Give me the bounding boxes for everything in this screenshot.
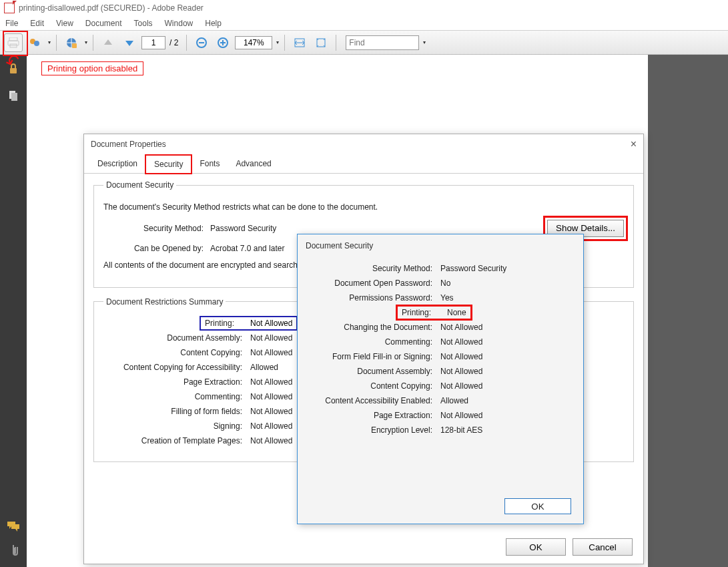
opened-by-label: Can be Opened by: <box>103 244 210 253</box>
fit-width-button[interactable] <box>290 33 309 52</box>
separator <box>336 35 336 51</box>
subdialog-label: Document Open Password: <box>307 278 440 288</box>
tab-fonts[interactable]: Fonts <box>192 155 228 174</box>
page-up-button[interactable] <box>99 33 117 52</box>
subdialog-label: Printing: <box>402 308 439 317</box>
dropdown-caret-icon[interactable]: ▾ <box>276 39 279 45</box>
restriction-value: Not Allowed <box>250 319 292 328</box>
svg-rect-1 <box>8 41 19 45</box>
restriction-label: Page Extraction: <box>103 377 250 387</box>
cancel-button[interactable]: Cancel <box>573 538 633 556</box>
dialog-titlebar[interactable]: Document Properties × <box>84 134 643 154</box>
dialog-tabs: Description Security Fonts Advanced <box>84 154 643 174</box>
subdialog-row: Permissions Password:Yes <box>307 293 574 303</box>
subdialog-value: Not Allowed <box>440 337 482 347</box>
menu-view[interactable]: View <box>56 19 73 28</box>
window-title: printing-disallowed.pdf (SECURED) - Adob… <box>19 3 204 13</box>
separator <box>186 35 187 51</box>
printing-highlight: Printing: Not Allowed <box>202 319 295 328</box>
pages-icon[interactable] <box>6 88 21 103</box>
subdialog-label: Page Extraction: <box>307 411 440 420</box>
restriction-value: Not Allowed <box>250 333 292 343</box>
subdialog-value: Password Security <box>440 264 506 273</box>
attachments-icon[interactable] <box>6 543 21 558</box>
document-security-subdialog: Document Security Security Method:Passwo… <box>297 234 584 524</box>
subdialog-label: Content Copying: <box>307 381 440 391</box>
dropdown-caret-icon[interactable]: ▾ <box>423 39 426 45</box>
fit-page-button[interactable] <box>312 33 330 52</box>
restriction-value: Not Allowed <box>250 348 292 357</box>
restriction-value: Not Allowed <box>250 436 292 445</box>
print-button <box>4 33 23 52</box>
zoom-level-input[interactable] <box>235 36 272 49</box>
subdialog-row: Document Open Password:No <box>307 278 574 288</box>
restriction-label: Creation of Template Pages: <box>103 436 250 445</box>
subdialog-row: Security Method:Password Security <box>307 264 574 273</box>
restriction-value: Not Allowed <box>250 421 292 431</box>
dropdown-caret-icon[interactable]: ▾ <box>85 39 87 45</box>
restriction-value: Not Allowed <box>250 407 292 416</box>
menu-help[interactable]: Help <box>205 19 222 28</box>
restriction-value: Allowed <box>250 363 278 372</box>
separator <box>56 35 57 51</box>
sidebar-panel <box>0 55 27 567</box>
document-security-legend: Document Security <box>103 180 176 190</box>
svg-rect-14 <box>10 68 17 73</box>
subdialog-value: Not Allowed <box>440 323 482 332</box>
tab-advanced[interactable]: Advanced <box>228 155 279 174</box>
menu-window[interactable]: Window <box>165 19 194 28</box>
subdialog-ok-button[interactable]: OK <box>504 498 571 514</box>
separator <box>284 35 285 51</box>
menu-file[interactable]: File <box>5 19 18 28</box>
menu-bar: File Edit View Document Tools Window Hel… <box>0 16 728 31</box>
dialog-button-row: OK Cancel <box>506 538 633 556</box>
restrictions-legend: Document Restrictions Summary <box>103 297 226 307</box>
svg-rect-0 <box>9 37 17 41</box>
security-method-label: Security Method: <box>103 224 210 233</box>
menu-edit[interactable]: Edit <box>30 19 44 28</box>
subdialog-value: Not Allowed <box>440 381 482 391</box>
subdialog-title: Document Security <box>298 234 583 254</box>
subdialog-printing-highlight: Printing:None <box>399 308 469 317</box>
security-description: The document's Security Method restricts… <box>103 202 624 213</box>
subdialog-row: Printing:None <box>307 308 574 317</box>
zoom-in-button[interactable] <box>214 33 232 52</box>
subdialog-row: Changing the Document:Not Allowed <box>307 323 574 332</box>
toolbar: ▾ ▾ / 2 ▾ ▾ <box>0 31 728 55</box>
find-input[interactable] <box>346 35 419 50</box>
subdialog-row: Document Assembly:Not Allowed <box>307 367 574 376</box>
subdialog-row: Content Copying:Not Allowed <box>307 381 574 391</box>
restriction-label: Printing: <box>205 319 242 328</box>
subdialog-value: 128-bit AES <box>440 425 482 435</box>
page-number-input[interactable] <box>141 36 165 49</box>
collab-button[interactable] <box>25 33 44 52</box>
annotation-label: Printing option disabled <box>41 61 143 75</box>
menu-tools[interactable]: Tools <box>134 19 153 28</box>
comments-icon[interactable] <box>6 519 21 534</box>
svg-point-4 <box>34 41 39 46</box>
tab-description[interactable]: Description <box>89 155 145 174</box>
page-down-button[interactable] <box>120 33 139 52</box>
opened-by-value: Acrobat 7.0 and later <box>210 244 284 253</box>
menu-document[interactable]: Document <box>85 19 122 28</box>
close-icon[interactable]: × <box>631 138 637 150</box>
lock-icon[interactable] <box>6 61 21 76</box>
window-titlebar: printing-disallowed.pdf (SECURED) - Adob… <box>0 0 728 16</box>
subdialog-row: Page Extraction:Not Allowed <box>307 411 574 420</box>
restriction-value: Not Allowed <box>250 392 292 401</box>
subdialog-value: Not Allowed <box>440 411 482 420</box>
subdialog-body: Security Method:Password SecurityDocumen… <box>298 254 583 444</box>
subdialog-label: Permissions Password: <box>307 293 440 303</box>
restriction-value: Not Allowed <box>250 377 292 387</box>
subdialog-value: Not Allowed <box>440 367 482 376</box>
ok-button[interactable]: OK <box>506 538 566 556</box>
dropdown-caret-icon[interactable]: ▾ <box>48 39 51 45</box>
tab-security[interactable]: Security <box>145 155 192 174</box>
globe-button[interactable] <box>62 33 81 52</box>
adobe-reader-icon <box>4 3 15 13</box>
restriction-label: Content Copying: <box>103 348 250 357</box>
subdialog-row: Encryption Level:128-bit AES <box>307 425 574 435</box>
zoom-out-button[interactable] <box>192 33 211 52</box>
restriction-label: Content Copying for Accessibility: <box>103 363 250 372</box>
subdialog-row: Commenting:Not Allowed <box>307 337 574 347</box>
